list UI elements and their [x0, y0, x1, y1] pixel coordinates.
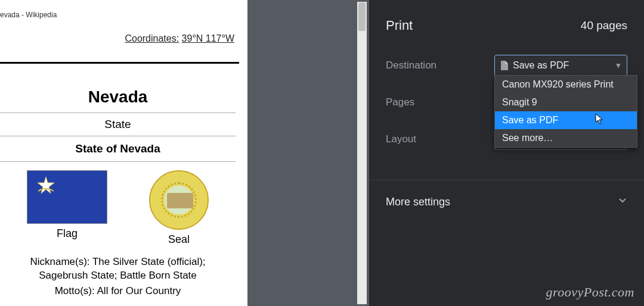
destination-option-save-as-pdf[interactable]: Save as PDF: [495, 111, 637, 129]
coordinates-line: Coordinates: 39°N 117°W: [0, 23, 247, 44]
seal-label: Seal: [149, 230, 209, 246]
page-tab-title: evada - Wikipedia: [0, 0, 247, 23]
option-label: Save as PDF: [502, 115, 558, 125]
destination-option-canon[interactable]: Canon MX920 series Print: [495, 76, 637, 93]
print-preview-area: evada - Wikipedia Coordinates: 39°N 117°…: [0, 0, 369, 306]
preview-scrollbar-thumb[interactable]: [358, 2, 366, 31]
preview-scrollbar-track[interactable]: [357, 2, 367, 304]
more-settings-label: More settings: [386, 196, 450, 208]
infobox-subtitle: State: [0, 113, 236, 136]
svg-marker-0: [38, 177, 54, 193]
print-sidebar: Print 40 pages Destination Save as PDF ▼…: [369, 0, 644, 306]
page-count: 40 pages: [581, 19, 627, 32]
motto-text: Motto(s): All for Our Country: [0, 283, 236, 297]
destination-option-snagit[interactable]: Snagit 9: [495, 93, 637, 111]
destination-label: Destination: [386, 60, 494, 71]
infobox: Nevada State State of Nevada Flag: [0, 82, 236, 297]
sidebar-header: Print 40 pages: [369, 0, 644, 49]
destination-select[interactable]: Save as PDF ▼: [494, 55, 627, 76]
pdf-file-icon: [500, 61, 508, 70]
infobox-statename: State of Nevada: [0, 136, 236, 162]
coordinates-value: 39°N 117°W: [182, 33, 234, 43]
infobox-title: Nevada: [0, 82, 236, 113]
nevada-flag-icon: [27, 170, 107, 224]
layout-label: Layout: [386, 133, 494, 145]
caret-down-icon: ▼: [615, 61, 622, 70]
destination-option-see-more[interactable]: See more…: [495, 129, 637, 147]
flag-star-icon: [36, 176, 56, 196]
destination-dropdown[interactable]: Canon MX920 series Print Snagit 9 Save a…: [494, 75, 637, 148]
horizontal-rule: [0, 62, 239, 64]
mouse-cursor-icon: [595, 113, 605, 125]
symbols-row: Flag Seal: [0, 162, 236, 248]
coordinates-label: Coordinates:: [125, 33, 179, 43]
chevron-down-icon: [618, 196, 627, 208]
flag-container: Flag: [27, 170, 107, 240]
flag-label: Flag: [27, 224, 107, 240]
nicknames-text: Nickname(s): The Silver State (official)…: [0, 248, 236, 283]
preview-page: evada - Wikipedia Coordinates: 39°N 117°…: [0, 0, 247, 306]
seal-container: Seal: [149, 170, 209, 246]
nevada-seal-icon: [149, 170, 209, 230]
destination-selected-value: Save as PDF: [513, 60, 569, 71]
print-title: Print: [386, 18, 413, 33]
pages-label: Pages: [386, 96, 494, 108]
watermark-text: groovyPost.com: [546, 285, 634, 300]
more-settings-toggle[interactable]: More settings: [369, 180, 644, 224]
